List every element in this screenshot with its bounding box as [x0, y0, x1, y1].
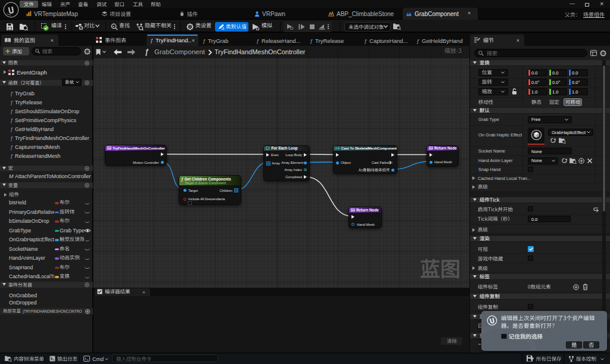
svg-text:e: e — [113, 24, 115, 28]
